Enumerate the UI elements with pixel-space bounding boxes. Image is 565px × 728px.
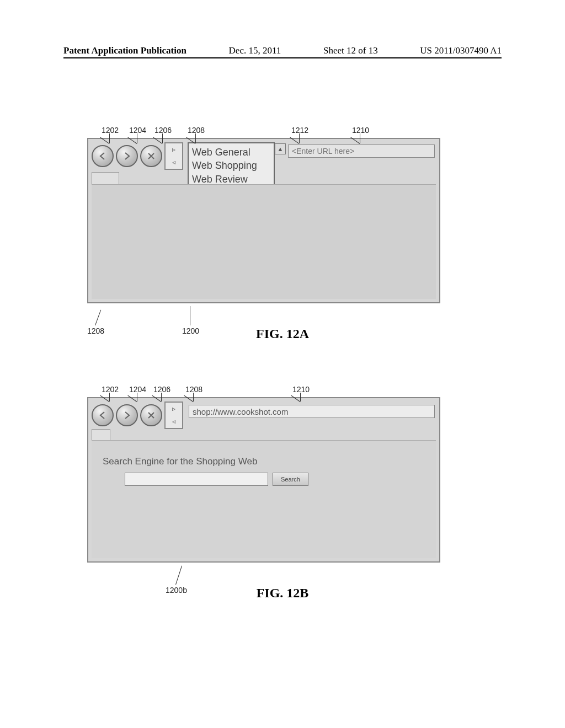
- callouts-12b: 1202 1204 1206 1208 1210 1200b: [0, 0, 565, 728]
- search-page-heading: Search Engine for the Shopping Web: [103, 456, 425, 467]
- back-button[interactable]: [92, 404, 114, 426]
- publication-date: Dec. 15, 2011: [229, 45, 281, 56]
- arrow-right-icon: [122, 410, 132, 420]
- forward-button[interactable]: [116, 145, 138, 167]
- callout-1204: 1204: [129, 126, 146, 135]
- stop-button[interactable]: [140, 404, 162, 426]
- callout-1210: 1210: [352, 126, 369, 135]
- search-button[interactable]: Search: [273, 473, 308, 486]
- figure-12a: ▹ ◃ Web General Web Shopping Web Review …: [87, 138, 440, 303]
- chevron-right-icon: ▹: [172, 405, 175, 413]
- forward-button[interactable]: [116, 404, 138, 426]
- nav-stepper-button[interactable]: ▹ ◃: [164, 142, 183, 170]
- url-input[interactable]: [189, 405, 435, 418]
- browser-window-a: ▹ ◃ Web General Web Shopping Web Review …: [87, 138, 440, 303]
- browser-tab[interactable]: [92, 429, 110, 440]
- search-row: Search: [125, 473, 425, 486]
- figure-12b-caption: FIG. 12B: [0, 586, 565, 601]
- nav-stepper-button[interactable]: ▹ ◃: [164, 402, 183, 429]
- search-input[interactable]: [125, 473, 268, 486]
- sheet-number: Sheet 12 of 13: [323, 45, 378, 56]
- x-icon: [146, 410, 156, 420]
- browser-content-b: Search Engine for the Shopping Web Searc…: [92, 440, 436, 558]
- arrow-left-icon: [98, 410, 108, 420]
- x-icon: [146, 151, 156, 161]
- chevron-left-icon: ◃: [172, 158, 175, 167]
- callouts-12a: 1202 1204 1206 1208 1212 1210 1208 1200: [0, 0, 565, 728]
- callout-1202: 1202: [102, 126, 119, 135]
- chevron-left-icon: ◃: [172, 417, 175, 426]
- publication-label: Patent Application Publication: [63, 45, 186, 56]
- browser-content-a: [92, 184, 436, 299]
- figure-12b: ▹ ◃ Search Engine for the Shopping Web S…: [87, 397, 440, 563]
- browser-tab[interactable]: [92, 172, 119, 184]
- chevron-right-icon: ▹: [172, 146, 175, 154]
- url-input[interactable]: [288, 144, 435, 158]
- callout-1208-top: 1208: [188, 126, 205, 135]
- callout-1212: 1212: [291, 126, 308, 135]
- stop-button[interactable]: [140, 145, 162, 167]
- callout-1202: 1202: [102, 385, 119, 394]
- back-button[interactable]: [92, 145, 114, 167]
- arrow-left-icon: [98, 151, 108, 161]
- document-number: US 2011/0307490 A1: [420, 45, 502, 56]
- arrow-right-icon: [122, 151, 132, 161]
- callout-1206: 1206: [154, 126, 172, 135]
- page-header: Patent Application Publication Dec. 15, …: [63, 45, 502, 58]
- browser-window-b: ▹ ◃ Search Engine for the Shopping Web S…: [87, 397, 440, 563]
- callout-1210: 1210: [292, 385, 310, 394]
- dropdown-option[interactable]: Web General: [192, 146, 270, 159]
- figure-12a-caption: FIG. 12A: [0, 326, 565, 341]
- callout-1208: 1208: [185, 385, 202, 394]
- callout-1206: 1206: [153, 385, 170, 394]
- scroll-up-button[interactable]: ▲: [275, 143, 286, 154]
- dropdown-option[interactable]: Web Shopping: [192, 159, 270, 172]
- callout-1204: 1204: [129, 385, 146, 394]
